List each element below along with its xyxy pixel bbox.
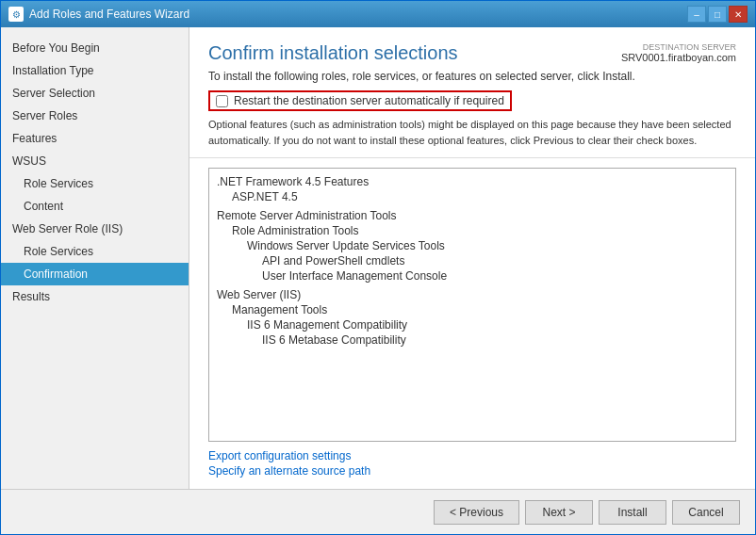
sidebar: Before You Begin Installation Type Serve… — [1, 27, 189, 489]
restart-checkbox[interactable] — [216, 95, 228, 107]
title-bar: ⚙ Add Roles and Features Wizard – □ ✕ — [1, 1, 755, 27]
restart-checkbox-label[interactable]: Restart the destination server automatic… — [208, 90, 512, 111]
list-item: Web Server (IIS) — [217, 287, 728, 302]
features-box: .NET Framework 4.5 Features ASP.NET 4.5 … — [208, 168, 736, 442]
destination-server-info: DESTINATION SERVER SRV0001.firatboyan.co… — [621, 42, 736, 63]
list-item: ASP.NET 4.5 — [217, 189, 728, 204]
sidebar-item-installation-type[interactable]: Installation Type — [1, 59, 189, 82]
list-item: .NET Framework 4.5 Features — [217, 174, 728, 189]
header-top: Confirm installation selections DESTINAT… — [208, 42, 736, 70]
app-icon: ⚙ — [8, 7, 24, 22]
title-bar-left: ⚙ Add Roles and Features Wizard — [8, 7, 189, 22]
list-item: IIS 6 Management Compatibility — [217, 317, 728, 332]
close-button[interactable]: ✕ — [729, 6, 748, 23]
body-section: .NET Framework 4.5 Features ASP.NET 4.5 … — [189, 158, 755, 489]
sidebar-item-before-you-begin[interactable]: Before You Begin — [1, 37, 189, 59]
title-bar-text: Add Roles and Features Wizard — [29, 8, 189, 21]
description-text: To install the following roles, role ser… — [208, 70, 736, 83]
destination-server-name: SRV0001.firatboyan.com — [621, 52, 736, 63]
page-title: Confirm installation selections — [208, 42, 458, 64]
content-area: Before You Begin Installation Type Serve… — [1, 27, 755, 489]
list-item: IIS 6 Metabase Compatibility — [217, 332, 728, 348]
sidebar-item-server-roles[interactable]: Server Roles — [1, 105, 189, 127]
sidebar-item-results[interactable]: Results — [1, 285, 189, 308]
sidebar-item-wsus-content[interactable]: Content — [1, 195, 189, 218]
footer: < Previous Next > Install Cancel — [1, 489, 755, 534]
list-item: User Interface Management Console — [217, 268, 728, 284]
optional-text: Optional features (such as administratio… — [208, 117, 736, 148]
wizard-window: ⚙ Add Roles and Features Wizard – □ ✕ Be… — [0, 0, 756, 535]
sidebar-item-features[interactable]: Features — [1, 127, 189, 150]
next-button[interactable]: Next > — [525, 500, 593, 525]
list-item: Management Tools — [217, 302, 728, 317]
maximize-button[interactable]: □ — [708, 6, 727, 23]
list-item: API and PowerShell cmdlets — [217, 253, 728, 268]
sidebar-item-server-selection[interactable]: Server Selection — [1, 82, 189, 105]
title-bar-controls: – □ ✕ — [687, 6, 748, 23]
list-item: Role Administration Tools — [217, 223, 728, 238]
sidebar-item-wsus-role-services[interactable]: Role Services — [1, 172, 189, 195]
sidebar-item-iis-role-services[interactable]: Role Services — [1, 240, 189, 263]
header-section: Confirm installation selections DESTINAT… — [189, 27, 755, 158]
features-scroll[interactable]: .NET Framework 4.5 Features ASP.NET 4.5 … — [209, 169, 735, 441]
sidebar-item-web-server-role[interactable]: Web Server Role (IIS) — [1, 218, 189, 240]
minimize-button[interactable]: – — [687, 6, 706, 23]
sidebar-item-wsus[interactable]: WSUS — [1, 150, 189, 172]
links-section: Export configuration settings Specify an… — [208, 449, 736, 479]
sidebar-item-confirmation[interactable]: Confirmation — [1, 263, 189, 285]
install-button[interactable]: Install — [599, 500, 666, 525]
export-config-link[interactable]: Export configuration settings — [208, 449, 736, 462]
alternate-source-link[interactable]: Specify an alternate source path — [208, 464, 736, 478]
list-item: Windows Server Update Services Tools — [217, 238, 728, 253]
cancel-button[interactable]: Cancel — [672, 500, 740, 525]
main-content: Confirm installation selections DESTINAT… — [189, 27, 755, 489]
destination-label: DESTINATION SERVER — [621, 42, 736, 52]
restart-checkbox-text: Restart the destination server automatic… — [234, 94, 504, 107]
previous-button[interactable]: < Previous — [434, 500, 519, 525]
list-item: Remote Server Administration Tools — [217, 208, 728, 223]
